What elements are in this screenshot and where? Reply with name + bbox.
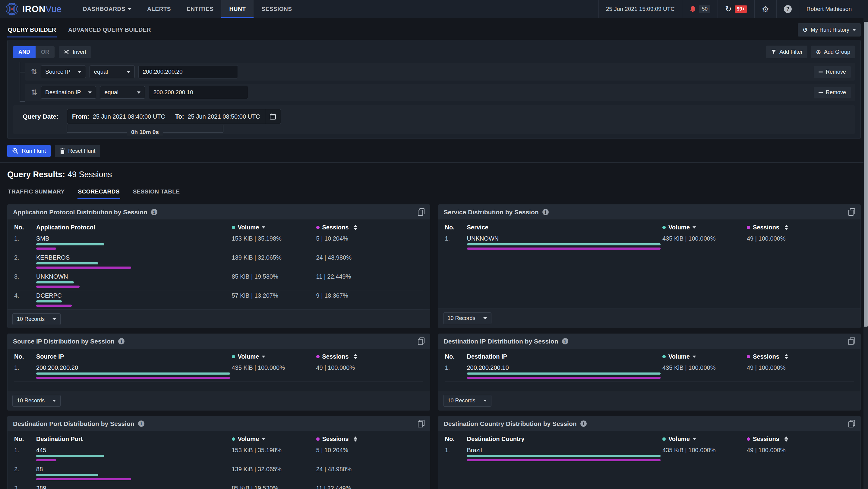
scorecard-destination-ip: Destination IP Distribution by Session N… bbox=[438, 334, 861, 410]
nav-item-dashboards[interactable]: DASHBOARDS bbox=[75, 0, 139, 18]
remove-filter-button[interactable]: Remove bbox=[814, 66, 851, 78]
page-scrollbar[interactable] bbox=[864, 18, 868, 489]
sessions-dot-icon bbox=[316, 226, 319, 229]
nav-item-hunt[interactable]: HUNT bbox=[221, 0, 253, 18]
tab-advanced-query-builder[interactable]: ADVANCED QUERY BUILDER bbox=[67, 22, 151, 37]
volume-bar bbox=[36, 373, 230, 375]
info-icon[interactable] bbox=[151, 209, 157, 215]
tab-query-builder[interactable]: QUERY BUILDER bbox=[7, 22, 57, 37]
nav-item-sessions[interactable]: SESSIONS bbox=[253, 0, 300, 18]
caret-down-icon bbox=[53, 400, 56, 402]
column-sessions-sort[interactable]: Sessions bbox=[316, 353, 423, 360]
brand-title: IRONVue bbox=[22, 4, 62, 14]
or-button[interactable]: OR bbox=[36, 46, 55, 58]
copy-icon[interactable] bbox=[418, 420, 425, 427]
filter-value-input[interactable] bbox=[138, 65, 238, 79]
brand[interactable]: IRONVue bbox=[5, 0, 62, 18]
user-section[interactable]: Robert Mathieson bbox=[799, 0, 868, 18]
help-icon[interactable]: ? bbox=[784, 5, 792, 13]
invert-button[interactable]: Invert bbox=[59, 46, 91, 58]
column-sessions-sort[interactable]: Sessions bbox=[316, 436, 423, 442]
volume-bar bbox=[36, 243, 104, 246]
copy-icon[interactable] bbox=[418, 208, 425, 216]
row-label: 88 bbox=[36, 466, 230, 472]
tab-session-table[interactable]: SESSION TABLE bbox=[132, 185, 181, 199]
hunt-actions: Run Hunt Reset Hunt bbox=[7, 145, 861, 157]
records-dropdown[interactable]: 10 Records bbox=[443, 395, 491, 407]
column-volume-sort[interactable]: Volume bbox=[232, 353, 316, 360]
reset-hunt-button[interactable]: Reset Hunt bbox=[55, 145, 100, 157]
column-volume-sort[interactable]: Volume bbox=[662, 224, 747, 231]
table-row: 3. 389 85 KiB | 19.530% 11 | 22.449% bbox=[14, 483, 423, 489]
column-volume-sort[interactable]: Volume bbox=[232, 436, 316, 442]
alert-count-badge: 50 bbox=[699, 5, 710, 13]
scorecard-application-protocol: Application Protocol Distribution by Ses… bbox=[7, 204, 430, 328]
nav-item-alerts[interactable]: ALERTS bbox=[139, 0, 179, 18]
column-sessions-sort[interactable]: Sessions bbox=[747, 353, 854, 360]
copy-icon[interactable] bbox=[848, 208, 855, 216]
column-label: Destination Port bbox=[36, 436, 232, 442]
reorder-icon[interactable]: ⇅ bbox=[31, 67, 37, 76]
sort-icon bbox=[354, 436, 357, 441]
column-no: No. bbox=[14, 436, 36, 442]
field-select[interactable]: Source IP bbox=[41, 65, 86, 78]
copy-icon[interactable] bbox=[848, 420, 855, 427]
field-select[interactable]: Destination IP bbox=[41, 86, 96, 99]
copy-icon[interactable] bbox=[848, 338, 855, 345]
and-button[interactable]: AND bbox=[13, 46, 36, 58]
refresh-section[interactable]: ↻ 99+ bbox=[718, 0, 754, 18]
column-no: No. bbox=[14, 353, 36, 360]
alerts-section[interactable]: 50 bbox=[682, 0, 718, 18]
remove-filter-button[interactable]: Remove bbox=[814, 87, 851, 98]
volume-dot-icon bbox=[662, 226, 666, 229]
calendar-button[interactable] bbox=[265, 109, 281, 124]
operator-select[interactable]: equal bbox=[100, 86, 145, 99]
reorder-icon[interactable]: ⇅ bbox=[31, 88, 37, 96]
table-row: 1. SMB 153 KiB | 35.198% 5 | 10.204% bbox=[14, 233, 423, 252]
tab-scorecards[interactable]: SCORECARDS bbox=[78, 185, 120, 199]
info-icon[interactable] bbox=[562, 338, 568, 344]
records-dropdown[interactable]: 10 Records bbox=[443, 312, 491, 324]
sessions-bar bbox=[467, 377, 661, 379]
scrollbar-thumb[interactable] bbox=[864, 22, 868, 326]
column-sessions-sort[interactable]: Sessions bbox=[747, 436, 854, 442]
sessions-bar bbox=[36, 478, 131, 480]
add-filter-button[interactable]: Add Filter bbox=[766, 46, 807, 58]
info-icon[interactable] bbox=[118, 338, 125, 344]
date-from[interactable]: From: 25 Jun 2021 08:40:00 UTC bbox=[67, 109, 170, 124]
operator-select[interactable]: equal bbox=[90, 65, 135, 78]
info-icon[interactable] bbox=[138, 421, 145, 427]
filter-value-input[interactable] bbox=[149, 86, 248, 99]
gear-icon[interactable]: ⚙ bbox=[762, 4, 769, 14]
info-icon[interactable] bbox=[542, 209, 549, 215]
sessions-dot-icon bbox=[316, 355, 319, 358]
current-datetime: 25 Jun 2021 15:09:09 UTC bbox=[606, 6, 675, 12]
run-hunt-button[interactable]: Run Hunt bbox=[7, 145, 51, 157]
column-no: No. bbox=[445, 353, 467, 360]
column-volume-sort[interactable]: Volume bbox=[662, 436, 747, 442]
trash-icon bbox=[60, 148, 65, 154]
table-row: 3. UNKNOWN 85 KiB | 19.530% 11 | 22.449% bbox=[14, 271, 423, 290]
sessions-bar bbox=[36, 377, 230, 379]
records-dropdown[interactable]: 10 Records bbox=[12, 313, 61, 325]
column-sessions-sort[interactable]: Sessions bbox=[316, 224, 423, 231]
tab-traffic-summary[interactable]: TRAFFIC SUMMARY bbox=[7, 185, 65, 199]
table-row: 2. KERBEROS 139 KiB | 32.065% 24 | 48.98… bbox=[14, 252, 423, 271]
volume-dot-icon bbox=[662, 437, 666, 441]
add-group-button[interactable]: ⊕ Add Group bbox=[811, 46, 855, 58]
info-icon[interactable] bbox=[580, 421, 587, 427]
my-hunt-history-button[interactable]: ↺ My Hunt History bbox=[798, 23, 861, 36]
sort-icon bbox=[784, 354, 788, 359]
column-volume-sort[interactable]: Volume bbox=[232, 224, 316, 231]
calendar-icon bbox=[270, 113, 276, 120]
records-dropdown[interactable]: 10 Records bbox=[12, 395, 61, 407]
card-title: Application Protocol Distribution by Ses… bbox=[13, 208, 148, 216]
scorecard-source-ip: Source IP Distribution by Session No. So… bbox=[7, 334, 430, 410]
sessions-bar bbox=[36, 248, 56, 250]
column-sessions-sort[interactable]: Sessions bbox=[747, 224, 854, 231]
date-to[interactable]: To: 25 Jun 2021 08:50:00 UTC bbox=[170, 109, 265, 124]
copy-icon[interactable] bbox=[418, 338, 425, 345]
column-volume-sort[interactable]: Volume bbox=[662, 353, 747, 360]
nav-item-entities[interactable]: ENTITIES bbox=[179, 0, 222, 18]
table-row: 4. DCERPC 57 KiB | 13.207% 9 | 18.367% bbox=[14, 290, 423, 309]
